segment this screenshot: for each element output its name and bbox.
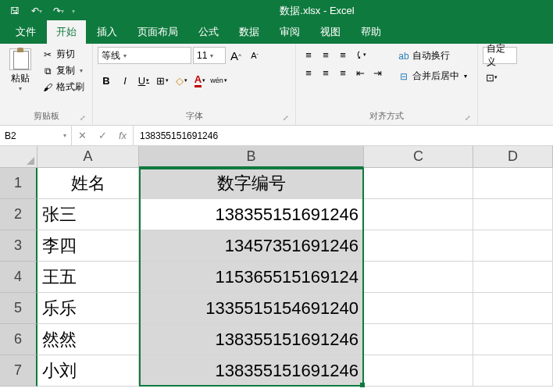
align-top-button[interactable]: ≡	[301, 47, 316, 62]
cell-b2[interactable]: 138355151691246	[139, 199, 364, 230]
font-launcher-icon[interactable]: ⤢	[283, 114, 289, 122]
save-button[interactable]: 🖫	[6, 2, 23, 20]
redo-icon: ↷	[53, 5, 61, 16]
tab-formulas[interactable]: 公式	[189, 20, 228, 44]
merge-center-button[interactable]: ⊟合并后居中▾	[393, 67, 473, 85]
currency-button[interactable]: ⊡▾	[483, 69, 500, 86]
tab-help[interactable]: 帮助	[351, 20, 391, 44]
col-header-c[interactable]: C	[364, 146, 473, 168]
cell-d2[interactable]	[473, 199, 553, 230]
cell-c4[interactable]	[364, 262, 473, 293]
name-box[interactable]: B2▾	[0, 126, 72, 145]
row-header-6[interactable]: 6	[0, 324, 37, 355]
indent-decrease-button[interactable]: ⇤	[352, 65, 368, 80]
align-right-button[interactable]: ≡	[335, 65, 351, 80]
cut-button[interactable]: ✂剪切	[39, 47, 87, 62]
select-all-corner[interactable]	[0, 146, 37, 168]
cell-b5[interactable]: 1335515154691240	[139, 293, 364, 324]
x-icon: ✕	[78, 130, 87, 141]
align-center-button[interactable]: ≡	[318, 65, 334, 80]
check-icon: ✓	[98, 130, 107, 141]
formula-bar: B2▾ ✕ ✓ fx 138355151691246	[0, 126, 553, 146]
fill-color-button[interactable]: ◇▾	[173, 72, 190, 89]
font-size-combo[interactable]: 11▾	[193, 47, 226, 64]
fx-button[interactable]: fx	[112, 130, 133, 141]
cell-b3[interactable]: 13457351691246	[139, 230, 364, 262]
col-header-a[interactable]: A	[37, 146, 139, 168]
col-header-b[interactable]: B	[139, 146, 364, 168]
cell-a1[interactable]: 姓名	[37, 168, 139, 199]
tab-page-layout[interactable]: 页面布局	[128, 20, 187, 44]
tab-insert[interactable]: 插入	[87, 20, 127, 44]
cell-c1[interactable]	[364, 168, 473, 199]
cell-b4[interactable]: 115365515169124	[139, 262, 364, 293]
copy-button[interactable]: ⧉复制▾	[39, 63, 87, 78]
cell-b1[interactable]: 数字编号	[139, 168, 364, 199]
undo-button[interactable]: ↶▾	[28, 2, 45, 20]
row-header-3[interactable]: 3	[0, 230, 37, 262]
col-header-d[interactable]: D	[473, 146, 553, 168]
cell-a6[interactable]: 然然	[37, 324, 139, 355]
cell-d7[interactable]	[473, 355, 553, 387]
font-name-combo[interactable]: 等线▾	[98, 47, 191, 64]
cell-a4[interactable]: 王五	[37, 262, 139, 293]
cell-d6[interactable]	[473, 324, 553, 355]
redo-button[interactable]: ↷▾	[50, 2, 67, 20]
align-bottom-button[interactable]: ≡	[335, 47, 351, 62]
ribbon: 粘贴 ▾ ✂剪切 ⧉复制▾ 🖌格式刷 剪贴板⤢ 等线▾ 11▾ A^ Aˇ B …	[0, 44, 553, 126]
cell-a7[interactable]: 小刘	[37, 355, 139, 387]
group-font: 等线▾ 11▾ A^ Aˇ B I U▾ ⊞▾ ◇▾ A▾ wén▾ 字体⤢	[93, 44, 296, 125]
row-header-7[interactable]: 7	[0, 355, 37, 387]
grow-font-button[interactable]: A^	[227, 47, 244, 64]
cell-c7[interactable]	[364, 355, 473, 387]
group-label-alignment: 对齐方式⤢	[301, 109, 473, 123]
cell-a5[interactable]: 乐乐	[37, 293, 139, 324]
row-header-2[interactable]: 2	[0, 199, 37, 230]
tab-view[interactable]: 视图	[311, 20, 350, 44]
cell-d5[interactable]	[473, 293, 553, 324]
cancel-button[interactable]: ✕	[72, 130, 92, 141]
enter-button[interactable]: ✓	[92, 130, 112, 141]
fx-icon: fx	[119, 130, 127, 141]
italic-button[interactable]: I	[116, 72, 134, 89]
currency-icon: ⊡	[486, 72, 494, 84]
tab-file[interactable]: 文件	[6, 20, 45, 44]
tab-home[interactable]: 开始	[47, 20, 86, 44]
bold-button[interactable]: B	[98, 72, 115, 89]
number-format-combo[interactable]: 自定义	[483, 47, 517, 64]
cell-d3[interactable]	[473, 230, 553, 262]
group-alignment: ≡ ≡ ≡ ⤹▾ ≡ ≡ ≡ ⇤ ⇥ ab自动换行 ⊟合并后居中▾ 对齐方式⤢	[296, 44, 478, 125]
indent-increase-button[interactable]: ⇥	[369, 65, 385, 80]
phonetic-button[interactable]: wén▾	[210, 72, 227, 89]
formula-input[interactable]: 138355151691246	[134, 126, 553, 145]
cell-c6[interactable]	[364, 324, 473, 355]
border-button[interactable]: ⊞▾	[154, 72, 171, 89]
wrap-text-button[interactable]: ab自动换行	[393, 47, 473, 65]
cell-a2[interactable]: 张三	[37, 199, 139, 230]
cell-c2[interactable]	[364, 199, 473, 230]
cell-b6[interactable]: 138355151691246	[139, 324, 364, 355]
row-header-1[interactable]: 1	[0, 168, 37, 199]
tab-data[interactable]: 数据	[230, 20, 269, 44]
underline-button[interactable]: U▾	[135, 72, 152, 89]
cell-b7[interactable]: 138355151691246	[139, 355, 364, 387]
cell-c5[interactable]	[364, 293, 473, 324]
cell-c3[interactable]	[364, 230, 473, 262]
cell-d1[interactable]	[473, 168, 553, 199]
qat-more-icon[interactable]: ▾	[72, 8, 75, 15]
clipboard-launcher-icon[interactable]: ⤢	[80, 114, 86, 122]
align-launcher-icon[interactable]: ⤢	[465, 114, 471, 122]
row-header-4[interactable]: 4	[0, 262, 37, 293]
cell-a3[interactable]: 李四	[37, 230, 139, 262]
orientation-button[interactable]: ⤹▾	[352, 47, 368, 62]
align-middle-button[interactable]: ≡	[318, 47, 334, 62]
paste-button[interactable]: 粘贴 ▾	[5, 47, 36, 94]
scissors-icon: ✂	[42, 49, 53, 60]
format-painter-button[interactable]: 🖌格式刷	[39, 80, 87, 94]
align-left-button[interactable]: ≡	[301, 65, 316, 80]
tab-review[interactable]: 审阅	[270, 20, 309, 44]
row-header-5[interactable]: 5	[0, 293, 37, 324]
cell-d4[interactable]	[473, 262, 553, 293]
font-color-button[interactable]: A▾	[191, 72, 209, 89]
shrink-font-button[interactable]: Aˇ	[246, 47, 263, 64]
